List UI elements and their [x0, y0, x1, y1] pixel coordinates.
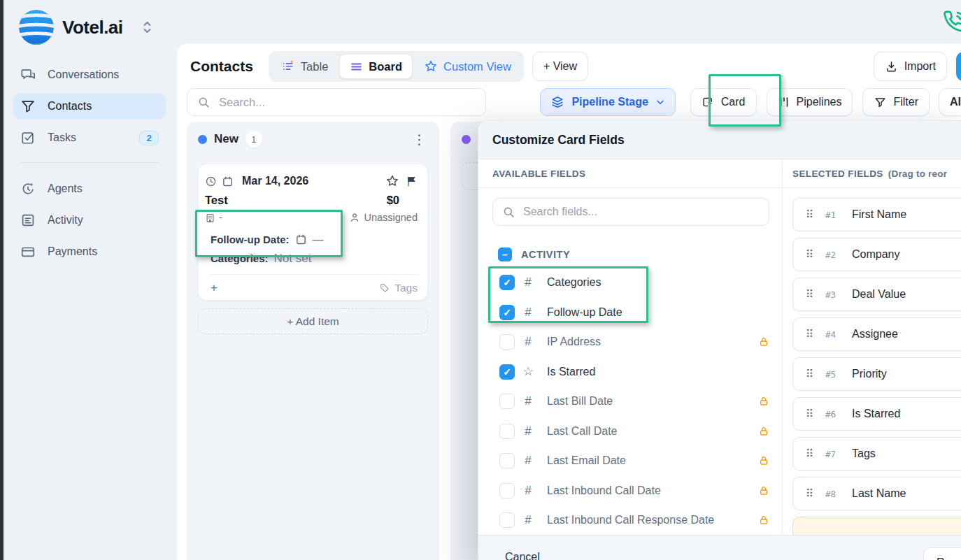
funnel-icon — [20, 99, 36, 114]
phone-call-icon[interactable] — [943, 10, 961, 34]
field-checkbox[interactable]: ✓ — [499, 275, 515, 290]
drag-handle-icon[interactable]: ⠿ — [806, 248, 813, 261]
selected-fields-hint: (Drag to reor — [888, 168, 947, 179]
field-label: Last Email Date — [547, 454, 626, 467]
search-box[interactable] — [187, 88, 486, 116]
tab-label: Custom View — [443, 60, 511, 73]
selected-field-card[interactable]: ⠿ #5 Priority — [792, 357, 961, 391]
workspace-switcher-icon[interactable] — [143, 20, 152, 34]
available-fields-pane: – ACTIVITY ✓ # Categories — [478, 188, 782, 536]
calendar-icon — [295, 234, 307, 245]
field-checkbox[interactable]: ✓ — [499, 364, 515, 380]
sidebar-item-payments[interactable]: Payments — [13, 238, 166, 265]
drag-handle-icon[interactable]: ⠿ — [806, 328, 813, 340]
fields-search-box[interactable] — [492, 198, 769, 226]
card-settings-button[interactable]: Card — [690, 88, 757, 116]
sidebar-item-contacts[interactable]: Contacts — [13, 93, 166, 120]
selected-field-card[interactable]: ⠿ #8 Last Name — [792, 477, 961, 510]
board-toolbar: Pipeline Stage Card — [177, 88, 961, 116]
hash-icon: # — [522, 306, 534, 320]
deal-card[interactable]: Mar 14, 2026 — [198, 164, 428, 301]
star-icon[interactable] — [385, 174, 399, 188]
person-icon — [349, 212, 360, 223]
add-view-button[interactable]: + View — [532, 52, 588, 81]
sidebar-item-activity[interactable]: Activity — [13, 207, 166, 234]
tab-table[interactable]: Table — [271, 54, 338, 79]
tab-custom-view[interactable]: Custom View — [414, 54, 521, 79]
primary-action-button-clipped[interactable] — [956, 52, 961, 81]
brand-header: Votel.ai — [3, 0, 177, 49]
pipelines-icon — [778, 96, 790, 108]
field-checkbox[interactable] — [499, 453, 515, 468]
selected-field-card[interactable]: ⠿ #2 Company — [792, 238, 961, 271]
reset-button[interactable]: Reset t — [923, 547, 961, 560]
field-checkbox[interactable]: ✓ — [499, 305, 515, 320]
available-field-row[interactable]: ✓ # Follow-up Date — [492, 298, 769, 328]
modal-title: Customize Card Fields — [492, 133, 625, 148]
field-checkbox[interactable] — [499, 512, 515, 528]
field-label: IP Address — [547, 336, 601, 348]
drag-handle-icon[interactable]: ⠿ — [806, 447, 813, 460]
brand-logo-icon — [17, 8, 55, 46]
drag-handle-icon[interactable]: ⠿ — [806, 368, 813, 380]
group-by-label: Pipeline Stage — [571, 96, 648, 108]
drag-handle-icon[interactable]: ⠿ — [806, 487, 813, 500]
app-screen: Votel.ai Conversations — [0, 0, 961, 560]
import-icon — [885, 60, 898, 73]
selected-field-card[interactable]: ⠿ #1 First Name — [792, 198, 961, 231]
available-field-row[interactable]: # Last Email Date — [492, 446, 769, 476]
available-field-row[interactable]: # Last Inbound Call Response Date — [492, 505, 769, 536]
filter-button[interactable]: Filter — [862, 88, 930, 116]
available-field-row[interactable]: # Last Call Date — [492, 417, 769, 447]
cancel-button[interactable]: Cancel — [505, 547, 540, 560]
field-checkbox[interactable] — [499, 424, 515, 439]
selected-field-card[interactable]: ⠿ #3 Deal Value — [792, 278, 961, 311]
group-by-dropdown[interactable]: Pipeline Stage — [540, 88, 675, 116]
filter-funnel-icon — [874, 96, 887, 109]
group-checkbox-indeterminate[interactable]: – — [498, 247, 512, 261]
selected-field-card[interactable]: ⠿ #6 Is Starred — [792, 397, 961, 431]
tags-label: Tags — [394, 282, 418, 294]
add-item-button[interactable]: + Add Item — [198, 308, 428, 334]
field-label: Last Bill Date — [547, 395, 613, 408]
import-button[interactable]: Import — [874, 52, 947, 81]
selected-field-card[interactable]: ⠿ #7 Tags — [792, 437, 961, 471]
card-cursor-icon — [702, 96, 715, 109]
page-title: Contacts — [190, 58, 253, 75]
sidebar-item-conversations[interactable]: Conversations — [13, 62, 166, 88]
field-checkbox[interactable] — [499, 394, 515, 409]
available-field-row[interactable]: ✓ # Categories — [492, 268, 769, 298]
flag-icon[interactable] — [406, 175, 418, 188]
drag-handle-icon[interactable]: ⠿ — [806, 408, 813, 420]
all-filter-button[interactable]: All — [939, 88, 961, 116]
selected-field-card[interactable]: ⠿ #4 Assignee — [792, 317, 961, 351]
field-order: #1 — [825, 210, 842, 220]
field-checkbox[interactable] — [499, 334, 515, 350]
selected-fields-pane: ⠿ #1 First Name ⠿ #2 Company ⠿ — [782, 188, 961, 536]
selected-fields-header: SELECTED FIELDS — [792, 168, 883, 179]
drag-handle-icon[interactable]: ⠿ — [806, 288, 813, 301]
field-checkbox[interactable] — [499, 483, 515, 498]
tab-board[interactable]: Board — [339, 54, 413, 79]
available-field-row[interactable]: ✓ ☆ Is Starred — [492, 357, 769, 387]
sidebar-item-label: Contacts — [48, 100, 92, 113]
card-tags-button[interactable]: Tags — [379, 282, 418, 294]
sidebar-item-tasks[interactable]: Tasks 2 — [13, 124, 166, 151]
fields-search-input[interactable] — [523, 206, 760, 218]
selected-fields-list: ⠿ #1 First Name ⠿ #2 Company ⠿ — [792, 198, 961, 510]
search-input[interactable] — [219, 96, 476, 109]
card-add-button[interactable]: + — [211, 281, 218, 295]
available-field-row[interactable]: # Last Inbound Call Date — [492, 476, 769, 506]
sidebar-item-agents[interactable]: Agents — [13, 175, 166, 202]
drag-handle-icon[interactable]: ⠿ — [806, 208, 813, 221]
window-edge-bar — [0, 0, 3, 560]
lock-icon — [758, 426, 769, 437]
board-lines-icon — [350, 60, 363, 73]
hash-icon: # — [522, 394, 534, 408]
pipelines-button[interactable]: Pipelines — [767, 88, 853, 116]
available-field-row[interactable]: # IP Address — [492, 327, 769, 357]
available-field-row[interactable]: # Last Bill Date — [492, 387, 769, 417]
field-label: Tags — [852, 447, 876, 460]
field-label: Priority — [852, 368, 887, 380]
column-menu-icon[interactable]: ⋮ — [411, 133, 428, 146]
